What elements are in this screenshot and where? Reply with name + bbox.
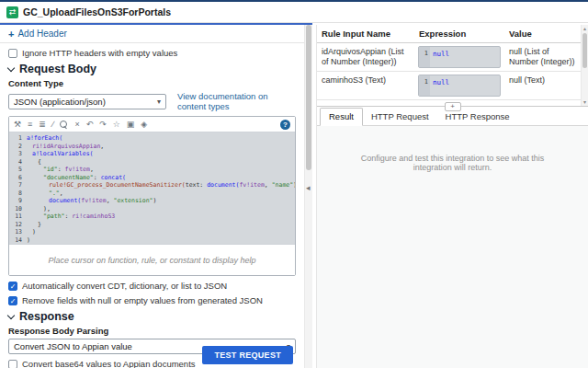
rule-inputs-header: Rule Input NameExpressionValue xyxy=(317,25,581,43)
content-type-value: JSON (application/json) xyxy=(14,97,106,107)
collapse-panel-arrow[interactable]: ◂ xyxy=(306,184,311,192)
format-code-icon[interactable]: ≡ xyxy=(28,121,32,129)
empty-state-message: Configure and test this integration to s… xyxy=(317,154,588,172)
test-request-button[interactable]: TEST REQUEST xyxy=(202,346,293,364)
response-section-header[interactable]: Response xyxy=(8,310,296,323)
expression-tools-icon[interactable]: ⚒ xyxy=(14,121,21,129)
convert-base64-checkbox[interactable] xyxy=(8,360,17,368)
rule-input-row: caminhoS3 (Text)1nullnull (Text) xyxy=(317,72,581,100)
rule-input-expression-cell: 1null xyxy=(414,72,504,99)
code-line: 11"path": ri!caminhoS3 xyxy=(9,213,295,221)
integration-object-icon: ⇄ xyxy=(6,6,18,18)
ignore-empty-headers-label: Ignore HTTP headers with empty values xyxy=(22,48,177,58)
ignore-empty-headers-row: Ignore HTTP headers with empty values xyxy=(8,48,296,58)
left-panel-scrollbar[interactable] xyxy=(304,25,312,368)
link-icon[interactable]: ◈ xyxy=(141,121,147,129)
add-view-button[interactable]: + xyxy=(445,102,461,111)
auto-convert-row: ✓ Automatically convert CDT, dictionary,… xyxy=(8,281,296,291)
line-number: 8 xyxy=(9,190,22,198)
convert-base64-label: Convert base64 values to Appian document… xyxy=(22,359,196,368)
remove-null-fields-label: Remove fields with null or empty values … xyxy=(22,295,263,305)
add-header-link[interactable]: + Add Header xyxy=(8,27,296,42)
expression-input[interactable]: 1null xyxy=(418,46,501,68)
code-line: 1a!forEach( xyxy=(9,134,295,143)
help-icon[interactable]: ? xyxy=(280,120,290,130)
scrollbar-thumb[interactable] xyxy=(306,25,311,170)
rule-input-name: caminhoS3 (Text) xyxy=(317,72,414,99)
code-line: 13) xyxy=(9,228,295,236)
scrollbar-thumb[interactable] xyxy=(582,33,587,68)
redo-icon[interactable]: ↷ xyxy=(99,121,107,129)
remove-null-fields-row: ✓ Remove fields with null or empty value… xyxy=(8,295,296,305)
rule-inputs-body: idArquivosAppian (List of Number (Intege… xyxy=(317,43,588,100)
rule-inputs-scrollbar[interactable]: ▴ ▾ xyxy=(581,25,588,106)
chevron-down-icon: ▾ xyxy=(157,98,161,106)
chevron-down-icon xyxy=(7,311,15,318)
rule-input-value: null (Text) xyxy=(504,72,581,99)
chevron-down-icon xyxy=(7,63,15,71)
content-type-dropdown[interactable]: JSON (application/json) ▾ xyxy=(8,94,166,109)
code-line: 7rule!GC_process_DocumentNameSanitizer(t… xyxy=(9,181,295,190)
object-tab-label: GC_UploadFilesOnS3ForPortals xyxy=(23,6,171,17)
content-type-label: Content Type xyxy=(8,78,296,88)
line-number: 6 xyxy=(9,174,22,182)
header-bar: ⇄ GC_UploadFilesOnS3ForPortals xyxy=(0,2,588,23)
expression-input[interactable]: 1null xyxy=(418,75,501,97)
comment-icon[interactable]: ∕ xyxy=(52,121,54,129)
code-line: 5"id": fv!item, xyxy=(9,166,295,174)
line-number: 14 xyxy=(9,236,22,245)
line-number: 1 xyxy=(419,47,430,67)
line-number: 4 xyxy=(9,158,22,167)
scroll-down-icon[interactable]: ▾ xyxy=(582,98,588,106)
copy-icon[interactable]: ▣ xyxy=(127,121,135,129)
column-header-expression: Expression xyxy=(414,25,504,42)
scroll-up-icon[interactable]: ▴ xyxy=(582,25,588,32)
app-window: ⇄ GC_UploadFilesOnS3ForPortals + Add Hea… xyxy=(0,0,588,368)
code-line: 2ri!idArquivosAppian, xyxy=(9,143,295,151)
editor-help-text: Place cursor on function, rule, or const… xyxy=(48,256,255,265)
result-content: Configure and test this integration to s… xyxy=(317,126,588,172)
column-header-value: Value xyxy=(504,25,581,42)
response-title: Response xyxy=(19,310,74,323)
line-number: 13 xyxy=(9,228,22,236)
request-config-panel: + Add Header Ignore HTTP headers with em… xyxy=(0,25,304,368)
search-icon[interactable] xyxy=(60,121,68,129)
line-number: 5 xyxy=(9,166,22,174)
clear-icon[interactable]: × xyxy=(74,121,79,129)
expression-code-area[interactable]: 1a!forEach(2ri!idArquivosAppian,3a!local… xyxy=(9,132,295,244)
line-number: 7 xyxy=(9,181,22,190)
undo-icon[interactable]: ↶ xyxy=(86,121,94,129)
line-number: 11 xyxy=(9,213,22,221)
line-number: 1 xyxy=(419,75,430,96)
code-line: 9document(fv!item, "extension") xyxy=(9,197,295,205)
code-line: 4{ xyxy=(9,158,295,167)
ignore-empty-headers-checkbox[interactable] xyxy=(8,49,17,58)
expression-value: null xyxy=(430,75,449,96)
editor-toolbar-icons: ⚒≡≣∕×↶↷☆▣◈ xyxy=(14,121,147,129)
response-parsing-value: Convert JSON to Appian value xyxy=(14,341,132,351)
plus-icon: + xyxy=(8,29,14,39)
result-panel: + ResultHTTP RequestHTTP Response Config… xyxy=(317,106,588,368)
rule-input-value: null (List of Number (Integer)) xyxy=(504,43,581,71)
line-number: 2 xyxy=(9,143,22,151)
outline-icon[interactable]: ≣ xyxy=(39,121,46,129)
bookmark-icon[interactable]: ☆ xyxy=(113,121,120,129)
content-type-doc-link[interactable]: View documentation on content types xyxy=(177,91,296,111)
code-line: 12} xyxy=(9,221,295,229)
tab-result[interactable]: Result xyxy=(320,108,363,126)
rule-inputs-table: Rule Input NameExpressionValue idArquivo… xyxy=(317,25,588,106)
object-tab[interactable]: ⇄ GC_UploadFilesOnS3ForPortals xyxy=(0,2,182,22)
request-body-section-header[interactable]: Request Body xyxy=(8,63,296,75)
line-number: 9 xyxy=(9,197,22,205)
auto-convert-checkbox[interactable]: ✓ xyxy=(8,282,17,291)
rule-input-expression-cell: 1null xyxy=(414,43,504,71)
code-line: 8".", xyxy=(9,190,295,198)
remove-null-fields-checkbox[interactable]: ✓ xyxy=(8,296,17,305)
expression-editor: ⚒≡≣∕×↶↷☆▣◈ ? 1a!forEach(2ri!idArquivosAp… xyxy=(8,116,296,276)
code-line: 14) xyxy=(9,236,295,245)
code-line: 3a!localVariables( xyxy=(9,150,295,158)
test-panel: Rule Input NameExpressionValue idArquivo… xyxy=(316,25,588,368)
divider xyxy=(0,42,304,43)
tab-http-request[interactable]: HTTP Request xyxy=(363,109,437,125)
rule-input-name: idArquivosAppian (List of Number (Intege… xyxy=(317,43,414,71)
